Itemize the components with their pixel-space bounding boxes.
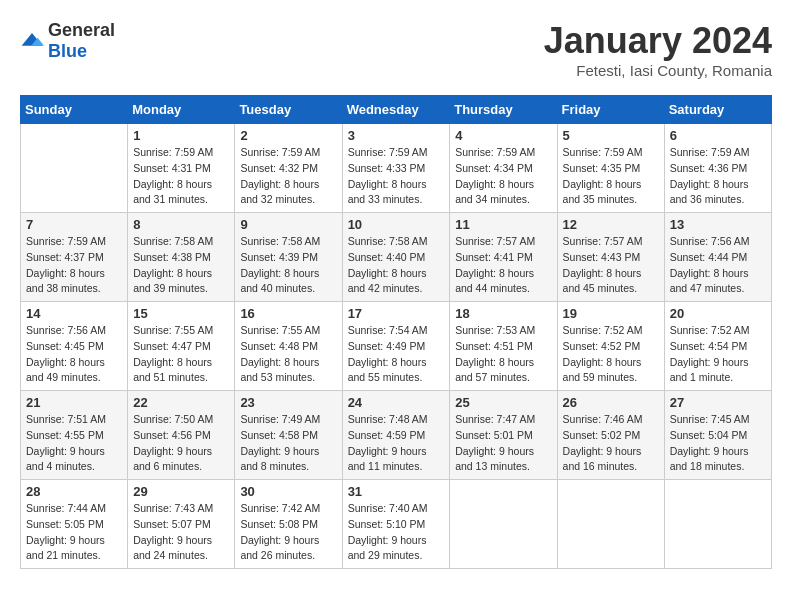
sunset-text: Sunset: 4:59 PM [348, 428, 445, 444]
daylight-text: Daylight: 8 hours and 44 minutes. [455, 266, 551, 298]
day-info: Sunrise: 7:56 AMSunset: 4:45 PMDaylight:… [26, 323, 122, 386]
calendar-cell: 9Sunrise: 7:58 AMSunset: 4:39 PMDaylight… [235, 213, 342, 302]
calendar-cell: 18Sunrise: 7:53 AMSunset: 4:51 PMDayligh… [450, 302, 557, 391]
sunset-text: Sunset: 4:41 PM [455, 250, 551, 266]
calendar-cell: 22Sunrise: 7:50 AMSunset: 4:56 PMDayligh… [128, 391, 235, 480]
calendar-cell: 23Sunrise: 7:49 AMSunset: 4:58 PMDayligh… [235, 391, 342, 480]
day-info: Sunrise: 7:49 AMSunset: 4:58 PMDaylight:… [240, 412, 336, 475]
daylight-text: Daylight: 9 hours and 11 minutes. [348, 444, 445, 476]
calendar-cell: 17Sunrise: 7:54 AMSunset: 4:49 PMDayligh… [342, 302, 450, 391]
sunrise-text: Sunrise: 7:57 AM [563, 234, 659, 250]
calendar-cell: 15Sunrise: 7:55 AMSunset: 4:47 PMDayligh… [128, 302, 235, 391]
sunrise-text: Sunrise: 7:59 AM [455, 145, 551, 161]
calendar-cell: 31Sunrise: 7:40 AMSunset: 5:10 PMDayligh… [342, 480, 450, 569]
calendar-cell: 27Sunrise: 7:45 AMSunset: 5:04 PMDayligh… [664, 391, 771, 480]
calendar-cell [21, 124, 128, 213]
sunrise-text: Sunrise: 7:58 AM [348, 234, 445, 250]
day-info: Sunrise: 7:50 AMSunset: 4:56 PMDaylight:… [133, 412, 229, 475]
calendar-cell: 28Sunrise: 7:44 AMSunset: 5:05 PMDayligh… [21, 480, 128, 569]
sunrise-text: Sunrise: 7:51 AM [26, 412, 122, 428]
day-info: Sunrise: 7:51 AMSunset: 4:55 PMDaylight:… [26, 412, 122, 475]
sunrise-text: Sunrise: 7:59 AM [26, 234, 122, 250]
calendar-cell: 19Sunrise: 7:52 AMSunset: 4:52 PMDayligh… [557, 302, 664, 391]
daylight-text: Daylight: 8 hours and 35 minutes. [563, 177, 659, 209]
sunrise-text: Sunrise: 7:59 AM [133, 145, 229, 161]
calendar-cell [450, 480, 557, 569]
calendar-header: SundayMondayTuesdayWednesdayThursdayFrid… [21, 96, 772, 124]
sunrise-text: Sunrise: 7:59 AM [670, 145, 766, 161]
day-number: 24 [348, 395, 445, 410]
calendar-cell: 21Sunrise: 7:51 AMSunset: 4:55 PMDayligh… [21, 391, 128, 480]
day-info: Sunrise: 7:52 AMSunset: 4:52 PMDaylight:… [563, 323, 659, 386]
day-number: 20 [670, 306, 766, 321]
day-number: 15 [133, 306, 229, 321]
sunrise-text: Sunrise: 7:56 AM [26, 323, 122, 339]
weekday-header-saturday: Saturday [664, 96, 771, 124]
sunrise-text: Sunrise: 7:42 AM [240, 501, 336, 517]
calendar-cell: 10Sunrise: 7:58 AMSunset: 4:40 PMDayligh… [342, 213, 450, 302]
sunset-text: Sunset: 4:58 PM [240, 428, 336, 444]
calendar-cell: 20Sunrise: 7:52 AMSunset: 4:54 PMDayligh… [664, 302, 771, 391]
day-number: 19 [563, 306, 659, 321]
daylight-text: Daylight: 8 hours and 33 minutes. [348, 177, 445, 209]
daylight-text: Daylight: 9 hours and 18 minutes. [670, 444, 766, 476]
daylight-text: Daylight: 9 hours and 1 minute. [670, 355, 766, 387]
day-info: Sunrise: 7:58 AMSunset: 4:40 PMDaylight:… [348, 234, 445, 297]
sunrise-text: Sunrise: 7:54 AM [348, 323, 445, 339]
calendar-cell: 5Sunrise: 7:59 AMSunset: 4:35 PMDaylight… [557, 124, 664, 213]
daylight-text: Daylight: 8 hours and 36 minutes. [670, 177, 766, 209]
calendar-cell: 11Sunrise: 7:57 AMSunset: 4:41 PMDayligh… [450, 213, 557, 302]
sunrise-text: Sunrise: 7:45 AM [670, 412, 766, 428]
daylight-text: Daylight: 8 hours and 38 minutes. [26, 266, 122, 298]
calendar-week-row: 7Sunrise: 7:59 AMSunset: 4:37 PMDaylight… [21, 213, 772, 302]
calendar-week-row: 21Sunrise: 7:51 AMSunset: 4:55 PMDayligh… [21, 391, 772, 480]
calendar-cell: 29Sunrise: 7:43 AMSunset: 5:07 PMDayligh… [128, 480, 235, 569]
day-info: Sunrise: 7:58 AMSunset: 4:38 PMDaylight:… [133, 234, 229, 297]
day-info: Sunrise: 7:56 AMSunset: 4:44 PMDaylight:… [670, 234, 766, 297]
daylight-text: Daylight: 9 hours and 6 minutes. [133, 444, 229, 476]
sunset-text: Sunset: 4:51 PM [455, 339, 551, 355]
day-number: 30 [240, 484, 336, 499]
day-number: 2 [240, 128, 336, 143]
calendar-week-row: 28Sunrise: 7:44 AMSunset: 5:05 PMDayligh… [21, 480, 772, 569]
calendar-cell [557, 480, 664, 569]
sunrise-text: Sunrise: 7:59 AM [240, 145, 336, 161]
sunset-text: Sunset: 4:31 PM [133, 161, 229, 177]
page-header: General Blue January 2024 Fetesti, Iasi … [20, 20, 772, 79]
sunrise-text: Sunrise: 7:52 AM [670, 323, 766, 339]
month-title: January 2024 [544, 20, 772, 62]
sunrise-text: Sunrise: 7:49 AM [240, 412, 336, 428]
calendar-cell: 16Sunrise: 7:55 AMSunset: 4:48 PMDayligh… [235, 302, 342, 391]
weekday-header-thursday: Thursday [450, 96, 557, 124]
day-info: Sunrise: 7:40 AMSunset: 5:10 PMDaylight:… [348, 501, 445, 564]
sunrise-text: Sunrise: 7:46 AM [563, 412, 659, 428]
day-info: Sunrise: 7:55 AMSunset: 4:48 PMDaylight:… [240, 323, 336, 386]
logo-general: General [48, 20, 115, 40]
logo-icon [20, 31, 44, 51]
sunrise-text: Sunrise: 7:58 AM [133, 234, 229, 250]
sunset-text: Sunset: 5:04 PM [670, 428, 766, 444]
weekday-header-monday: Monday [128, 96, 235, 124]
calendar-cell: 6Sunrise: 7:59 AMSunset: 4:36 PMDaylight… [664, 124, 771, 213]
day-number: 8 [133, 217, 229, 232]
day-info: Sunrise: 7:59 AMSunset: 4:32 PMDaylight:… [240, 145, 336, 208]
daylight-text: Daylight: 9 hours and 16 minutes. [563, 444, 659, 476]
location-subtitle: Fetesti, Iasi County, Romania [544, 62, 772, 79]
daylight-text: Daylight: 8 hours and 39 minutes. [133, 266, 229, 298]
sunrise-text: Sunrise: 7:53 AM [455, 323, 551, 339]
daylight-text: Daylight: 9 hours and 8 minutes. [240, 444, 336, 476]
sunset-text: Sunset: 5:01 PM [455, 428, 551, 444]
sunset-text: Sunset: 4:35 PM [563, 161, 659, 177]
day-info: Sunrise: 7:47 AMSunset: 5:01 PMDaylight:… [455, 412, 551, 475]
day-number: 12 [563, 217, 659, 232]
sunrise-text: Sunrise: 7:48 AM [348, 412, 445, 428]
daylight-text: Daylight: 8 hours and 51 minutes. [133, 355, 229, 387]
sunset-text: Sunset: 4:36 PM [670, 161, 766, 177]
sunrise-text: Sunrise: 7:58 AM [240, 234, 336, 250]
sunrise-text: Sunrise: 7:50 AM [133, 412, 229, 428]
daylight-text: Daylight: 8 hours and 34 minutes. [455, 177, 551, 209]
sunset-text: Sunset: 4:48 PM [240, 339, 336, 355]
calendar-week-row: 1Sunrise: 7:59 AMSunset: 4:31 PMDaylight… [21, 124, 772, 213]
weekday-header-wednesday: Wednesday [342, 96, 450, 124]
sunset-text: Sunset: 4:33 PM [348, 161, 445, 177]
